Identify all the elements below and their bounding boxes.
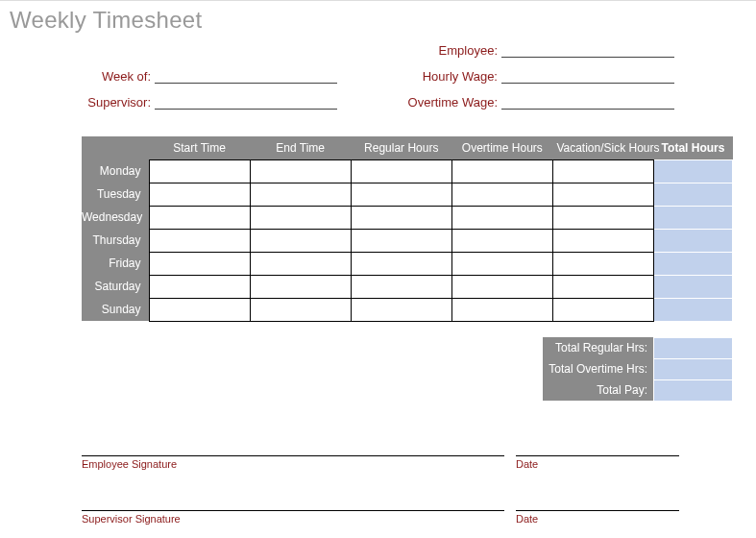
- day-label: Sunday: [82, 298, 149, 321]
- table-row: Sunday: [82, 298, 733, 321]
- cell-end[interactable]: [250, 183, 351, 206]
- cell-start[interactable]: [149, 252, 250, 275]
- supervisor-date-label: Date: [516, 513, 679, 525]
- cell-reg[interactable]: [351, 275, 451, 298]
- cell-reg[interactable]: [351, 183, 451, 206]
- cell-ot[interactable]: [451, 298, 552, 321]
- cell-end[interactable]: [250, 229, 351, 252]
- cell-end[interactable]: [250, 275, 351, 298]
- overtime-wage-field: Overtime Wage:: [397, 95, 674, 110]
- supervisor-signature-line[interactable]: [82, 510, 504, 511]
- employee-date-line[interactable]: [516, 455, 679, 456]
- supervisor-date-line[interactable]: [516, 510, 679, 511]
- week-of-field: Week of:: [82, 69, 337, 84]
- total-regular-value[interactable]: [654, 337, 733, 358]
- table-header-row: Start Time End Time Regular Hours Overti…: [82, 136, 733, 159]
- timesheet-table: Start Time End Time Regular Hours Overti…: [82, 136, 733, 322]
- cell-end[interactable]: [250, 252, 351, 275]
- week-of-label: Week of:: [82, 69, 151, 84]
- cell-reg[interactable]: [351, 229, 451, 252]
- table-row: Thursday: [82, 229, 733, 252]
- cell-total[interactable]: [654, 159, 733, 183]
- cell-end[interactable]: [250, 298, 351, 321]
- cell-end[interactable]: [250, 159, 351, 183]
- cell-total[interactable]: [654, 298, 733, 321]
- cell-ot[interactable]: [451, 206, 552, 229]
- summary-row-pay: Total Pay:: [543, 379, 732, 401]
- hourly-wage-input[interactable]: [501, 70, 674, 84]
- cell-start[interactable]: [149, 229, 250, 252]
- signature-area: Employee Signature Date Supervisor Signa…: [82, 455, 708, 525]
- header-fields: Employee: Week of: Hourly Wage: Supervis…: [82, 43, 674, 110]
- cell-reg[interactable]: [351, 206, 451, 229]
- cell-ot[interactable]: [451, 275, 552, 298]
- cell-vac[interactable]: [552, 206, 653, 229]
- employee-date-label: Date: [516, 458, 679, 470]
- employee-label: Employee:: [397, 43, 498, 58]
- total-pay-label: Total Pay:: [543, 379, 653, 401]
- employee-input[interactable]: [501, 44, 674, 58]
- table-row: Tuesday: [82, 183, 733, 206]
- cell-start[interactable]: [149, 159, 250, 183]
- cell-ot[interactable]: [451, 159, 552, 183]
- summary-table: Total Regular Hrs: Total Overtime Hrs: T…: [543, 337, 733, 402]
- table-row: Monday: [82, 159, 733, 183]
- supervisor-field: Supervisor:: [82, 95, 337, 110]
- hourly-wage-field: Hourly Wage:: [397, 69, 674, 84]
- table-row: Friday: [82, 252, 733, 275]
- employee-signature-line[interactable]: [82, 455, 504, 456]
- employee-signature-block: Employee Signature: [82, 455, 504, 470]
- total-pay-value[interactable]: [654, 379, 733, 401]
- cell-total[interactable]: [654, 229, 733, 252]
- cell-ot[interactable]: [451, 252, 552, 275]
- cell-start[interactable]: [149, 183, 250, 206]
- supervisor-signature-row: Supervisor Signature Date: [82, 510, 708, 525]
- supervisor-signature-block: Supervisor Signature: [82, 510, 504, 525]
- table-row: Saturday: [82, 275, 733, 298]
- cell-ot[interactable]: [451, 229, 552, 252]
- cell-total[interactable]: [654, 206, 733, 229]
- day-label: Thursday: [82, 229, 149, 252]
- cell-vac[interactable]: [552, 252, 653, 275]
- table-row: Wednesday: [82, 206, 733, 229]
- day-label: Friday: [82, 252, 149, 275]
- cell-vac[interactable]: [552, 159, 653, 183]
- col-vacation-sick: Vacation/Sick Hours: [552, 136, 653, 159]
- timesheet-table-wrap: Start Time End Time Regular Hours Overti…: [82, 136, 733, 322]
- cell-reg[interactable]: [351, 159, 451, 183]
- cell-start[interactable]: [149, 275, 250, 298]
- cell-total[interactable]: [654, 252, 733, 275]
- total-overtime-value[interactable]: [654, 358, 733, 379]
- page-title: Weekly Timesheet: [0, 1, 756, 34]
- cell-reg[interactable]: [351, 252, 451, 275]
- employee-signature-label: Employee Signature: [82, 458, 504, 470]
- cell-vac[interactable]: [552, 183, 653, 206]
- day-label: Tuesday: [82, 183, 149, 206]
- day-label: Monday: [82, 159, 149, 183]
- cell-total[interactable]: [654, 275, 733, 298]
- cell-reg[interactable]: [351, 298, 451, 321]
- hourly-wage-label: Hourly Wage:: [397, 69, 498, 84]
- cell-start[interactable]: [149, 206, 250, 229]
- cell-vac[interactable]: [552, 298, 653, 321]
- day-label: Saturday: [82, 275, 149, 298]
- total-overtime-label: Total Overtime Hrs:: [543, 358, 653, 379]
- cell-vac[interactable]: [552, 229, 653, 252]
- cell-vac[interactable]: [552, 275, 653, 298]
- cell-total[interactable]: [654, 183, 733, 206]
- col-regular-hours: Regular Hours: [351, 136, 451, 159]
- cell-ot[interactable]: [451, 183, 552, 206]
- supervisor-label: Supervisor:: [82, 95, 151, 110]
- cell-end[interactable]: [250, 206, 351, 229]
- day-label: Wednesday: [82, 206, 149, 229]
- employee-signature-row: Employee Signature Date: [82, 455, 708, 470]
- supervisor-input[interactable]: [155, 96, 337, 110]
- col-start-time: Start Time: [149, 136, 250, 159]
- overtime-wage-input[interactable]: [501, 96, 674, 110]
- col-end-time: End Time: [250, 136, 351, 159]
- week-of-input[interactable]: [155, 70, 337, 84]
- employee-date-block: Date: [516, 455, 679, 470]
- col-total-hours: Total Hours: [654, 136, 733, 159]
- summary-row-overtime: Total Overtime Hrs:: [543, 358, 732, 379]
- cell-start[interactable]: [149, 298, 250, 321]
